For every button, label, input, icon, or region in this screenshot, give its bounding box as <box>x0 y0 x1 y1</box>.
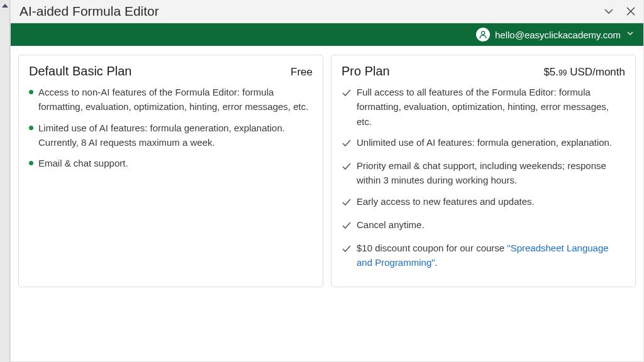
user-email: hello@easyclickacademy.com <box>495 30 621 40</box>
close-icon[interactable] <box>626 6 636 16</box>
app-window: AI-aided Formula Editor hello@easyclicka… <box>10 0 644 362</box>
pro-plan-card: Pro Plan $5.99 USD/month Full access to … <box>331 55 636 287</box>
header-bar: hello@easyclickacademy.com <box>11 23 643 46</box>
feature-text: Cancel anytime. <box>357 217 425 234</box>
scroll-up-icon[interactable] <box>2 4 8 8</box>
feature-text: Early access to new features and updates… <box>357 194 535 211</box>
basic-plan-name: Default Basic Plan <box>29 64 131 79</box>
list-item: Priority email & chat support, including… <box>341 158 625 188</box>
list-item: Access to non-AI features of the Formula… <box>29 85 313 114</box>
svg-point-0 <box>481 31 484 35</box>
user-menu[interactable]: hello@easyclickacademy.com <box>476 28 635 41</box>
check-icon <box>341 220 352 234</box>
pro-plan-name: Pro Plan <box>341 64 390 79</box>
list-item: Full access to all features of the Formu… <box>341 85 625 129</box>
window-controls <box>603 6 636 17</box>
feature-text: Access to non-AI features of the Formula… <box>38 85 313 114</box>
feature-text: $10 discount coupon for our course "Spre… <box>357 241 625 270</box>
pro-plan-price: $5.99 USD/month <box>543 66 625 79</box>
user-avatar-icon <box>476 28 490 41</box>
list-item: Email & chat support. <box>29 156 313 170</box>
left-strip <box>0 0 10 362</box>
check-icon <box>341 161 352 188</box>
chevron-down-icon <box>626 29 635 40</box>
titlebar: AI-aided Formula Editor <box>11 0 643 23</box>
list-item: Unlimited use of AI features: formula ge… <box>341 135 625 152</box>
bullet-icon <box>29 126 33 130</box>
list-item: Limited use of AI features: formula gene… <box>29 121 313 150</box>
minimize-icon[interactable] <box>603 6 614 17</box>
window-title: AI-aided Formula Editor <box>19 4 159 19</box>
check-icon <box>341 243 352 270</box>
bullet-icon <box>29 161 33 165</box>
feature-text: Unlimited use of AI features: formula ge… <box>357 135 612 152</box>
list-item: Cancel anytime. <box>341 217 625 234</box>
basic-plan-price: Free <box>291 66 313 79</box>
check-icon <box>341 197 352 211</box>
bullet-icon <box>29 90 33 94</box>
feature-text: Full access to all features of the Formu… <box>357 85 625 129</box>
feature-text: Limited use of AI features: formula gene… <box>38 121 313 150</box>
basic-plan-card: Default Basic Plan Free Access to non-AI… <box>18 55 323 287</box>
list-item: $10 discount coupon for our course "Spre… <box>341 241 625 270</box>
check-icon <box>341 138 352 152</box>
check-icon <box>341 87 352 129</box>
list-item: Early access to new features and updates… <box>341 194 625 211</box>
feature-text: Priority email & chat support, including… <box>357 158 625 188</box>
plans-container: Default Basic Plan Free Access to non-AI… <box>11 46 643 296</box>
feature-text: Email & chat support. <box>38 156 128 170</box>
